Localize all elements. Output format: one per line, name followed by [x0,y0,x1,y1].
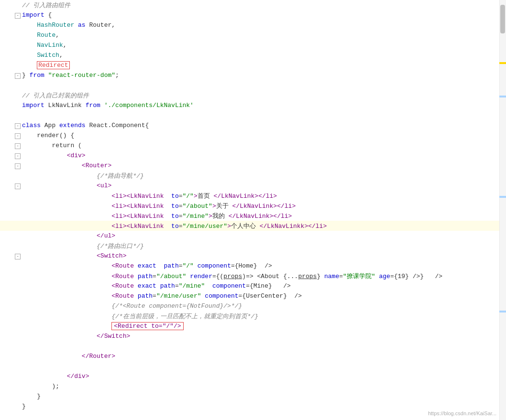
line-content-21: <li><LkNavLink to="/about">关于 </LkNavLin… [22,202,506,210]
line-content-32: {/*在当前层级，一旦匹配不上，就重定向到首页*/} [22,312,506,321]
line-content-13: class App extends React.Component{ [22,122,506,129]
code-line-40: } [0,391,506,401]
code-line-13: - class App extends React.Component{ [0,120,506,130]
scrollbar[interactable] [499,0,506,420]
editor-container: // 引入路由组件 - import { HashRouter as Route… [0,0,506,420]
comment-text: // 引入路由组件 [22,2,70,9]
code-line-1: // 引入路由组件 [0,0,506,10]
line-content-29: <Route exact path="/mine" component={Min… [22,282,506,290]
line-content-33: <Redirect to="/"/> [22,322,506,330]
scroll-marker-4 [499,311,506,312]
code-line-34: </Switch> [0,331,506,341]
code-line-10: // 引入自己封装的组件 [0,90,506,100]
code-line-22: <li><LkNavLink to="/mine">我的 </LkNavLink… [0,211,506,221]
fold-icon[interactable]: - [15,13,21,19]
line-content-9 [22,82,506,89]
line-content-30: <Route path="/mine/user" component={User… [22,292,506,300]
gutter-14: - [14,132,22,139]
line-content-24: </ul> [22,232,506,239]
gutter-26: - [14,252,22,259]
line-content-15: return ( [22,142,506,149]
gutter-13: - [14,122,22,129]
code-line-37 [0,361,506,371]
fold-icon-26[interactable]: - [15,254,21,259]
fold-icon-16[interactable]: - [15,153,21,159]
line-content-37 [22,363,506,370]
scrollbar-thumb[interactable] [500,5,505,33]
code-line-4: Route, [0,30,506,40]
code-line-7: Redirect [0,60,506,70]
fold-icon-8[interactable]: - [15,73,21,79]
line-content-38: </div> [22,373,506,380]
line-content-5: NavLink, [22,42,506,49]
gutter-15: - [14,142,22,149]
fold-icon-14[interactable]: - [15,133,21,139]
line-content-35 [22,343,506,350]
line-content-41: } [22,403,506,410]
code-line-28: <Route path="/about" render={(props)=> <… [0,271,506,281]
line-content-14: render() { [22,132,506,139]
kw-import: import [22,11,44,19]
code-line-39: ); [0,381,506,391]
scroll-marker-3 [499,196,506,198]
code-line-5: NavLink, [0,40,506,50]
code-line-3: HashRouter as Router, [0,20,506,30]
line-content-31: {/*<Route component={NotFound}/>*/} [22,302,506,310]
code-line-12 [0,110,506,120]
line-content-39: ); [22,383,506,390]
line-content-18: {/*路由导航*/} [22,172,506,180]
code-line-31: {/*<Route component={NotFound}/>*/} [0,301,506,311]
gutter-16: - [14,152,22,159]
fold-icon-13[interactable]: - [15,123,21,129]
code-line-33: <Redirect to="/"/> [0,321,506,331]
line-content-26: <Switch> [22,252,506,259]
scroll-marker-1 [499,62,506,64]
code-line-25: {/*路由出口*/} [0,241,506,251]
line-content-19: <ul> [22,182,506,189]
line-content-23: <li><LkNavLink to="/mine/user">个人中心 </Lk… [22,222,506,230]
code-line-23: <li><LkNavLink to="/mine/user">个人中心 </Lk… [0,221,506,231]
line-content-6: Switch, [22,52,506,59]
line-content-17: <Router> [22,162,506,169]
line-content-10: // 引入自己封装的组件 [22,91,506,100]
watermark: https://blog.csdn.net/KaiSar... [428,410,496,416]
fold-icon-17[interactable]: - [15,163,21,169]
line-content-40: } [22,393,506,400]
code-line-26: - <Switch> [0,251,506,261]
line-content-7: Redirect [22,61,506,69]
code-line-15: - return ( [0,140,506,151]
code-line-14: - render() { [0,130,506,140]
code-line-38: </div> [0,371,506,381]
code-line-16: - <div> [0,151,506,161]
gutter-17: - [14,162,22,169]
line-content-1: // 引入路由组件 [22,1,506,10]
redirect-tag-box: <Redirect to="/"/> [111,322,183,330]
redirect-import-box: Redirect [37,61,69,69]
line-content-8: } from "react-router-dom"; [22,72,506,79]
line-content-2: import { [22,11,506,19]
line-content-22: <li><LkNavLink to="/mine">我的 </LkNavLink… [22,212,506,220]
line-content-11: import LkNavLink from './components/LkNa… [22,102,506,109]
code-line-18: {/*路由导航*/} [0,171,506,181]
code-line-24: </ul> [0,231,506,241]
code-line-9 [0,80,506,90]
code-line-27: <Route exact path="/" component={Home} /… [0,261,506,271]
fold-icon-19[interactable]: - [15,183,21,189]
scroll-marker-2 [499,96,506,97]
code-line-19: - <ul> [0,181,506,191]
gutter-8: - [14,72,22,79]
code-line-6: Switch, [0,50,506,60]
code-line-20: <li><LkNavLink to="/">首页 </LkNavLink></l… [0,191,506,201]
line-content-16: <div> [22,152,506,159]
line-content-25: {/*路由出口*/} [22,242,506,250]
code-line-29: <Route exact path="/mine" component={Min… [0,281,506,291]
line-content-3: HashRouter as Router, [22,22,506,29]
line-content-34: </Switch> [22,333,506,340]
fold-icon-15[interactable]: - [15,143,21,149]
code-line-36: </Router> [0,351,506,361]
code-line-35 [0,341,506,351]
gutter-2: - [14,11,22,19]
line-content-4: Route, [22,32,506,39]
code-line-30: <Route path="/mine/user" component={User… [0,291,506,301]
code-line-21: <li><LkNavLink to="/about">关于 </LkNavLin… [0,201,506,211]
